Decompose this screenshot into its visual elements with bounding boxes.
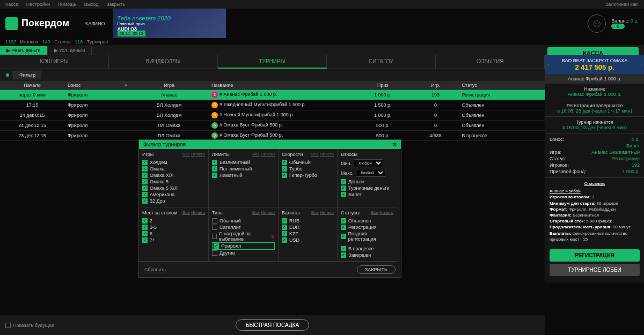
sb-name-label: Название <box>550 86 640 92</box>
header: Покердом КАЗИНО Тебе повезет 2020 Главны… <box>0 9 644 38</box>
filter-checkbox[interactable]: ✓Гипер-Турбо <box>282 172 334 178</box>
filter-checkbox[interactable]: С наградой за выбивание ⊘ <box>212 230 275 242</box>
table-row[interactable]: 24 дек 0:15ФрироллБЛ Холдем8# Ночной Мул… <box>0 110 545 121</box>
filter-checkbox[interactable]: Обычный <box>212 218 275 224</box>
casino-link[interactable]: КАЗИНО <box>85 21 105 26</box>
show-future-checkbox[interactable]: Показать будущие <box>5 323 54 328</box>
tab-tournaments[interactable]: ТУРНИРЫ <box>218 55 327 69</box>
menu-exit[interactable]: Выход <box>84 2 99 7</box>
logged-as-label: Залогинен как: <box>605 2 639 7</box>
tab-play-money[interactable]: ▶ Усл. деньги <box>48 46 92 55</box>
avatar[interactable]: ☺ <box>588 14 606 33</box>
tournament-table: Начало Взнос • Игра Название Приз Игр. С… <box>0 81 545 141</box>
balance-pill: 0 <box>611 24 625 29</box>
jackpot-title: BAD BEAT JACKPOT ОМАХА <box>548 58 641 63</box>
filter-checkbox[interactable]: ✓Омаха Х/Л <box>142 172 205 178</box>
filter-checkbox[interactable]: ✓Деньги <box>341 178 393 185</box>
filter-checkbox[interactable]: ✓В процессе <box>341 245 393 252</box>
modal-close-icon[interactable]: ✕ <box>392 142 397 147</box>
promo-banner[interactable]: Тебе повезет 2020 Главный приз AUDI Q8 2… <box>113 9 226 38</box>
sb-start-label: Турнир начнётся <box>550 120 640 125</box>
col-game[interactable]: Игра <box>130 81 208 90</box>
jackpot-banner[interactable]: ‹ BAD BEAT JACKPOT ОМАХА 2 417 505 р. › <box>545 55 644 74</box>
game-tabs: КЭШ ИГРЫ ВИНДФОЛЛЫ ТУРНИРЫ СИТ&ГОУ СОБЫТ… <box>0 55 545 69</box>
filter-checkbox[interactable]: ✓3-5 <box>142 224 205 230</box>
menu-kassa[interactable]: Касса <box>5 2 18 7</box>
filter-checkbox[interactable]: ✓RUB <box>282 218 334 224</box>
sb-desc-title: Описание: <box>550 181 640 187</box>
filter-checkbox[interactable]: ✓Турнирные деньги <box>341 185 393 191</box>
sb-desc-name: Ананас Фрибай <box>550 188 640 194</box>
max-stake-select[interactable]: Любой <box>356 169 385 177</box>
bottom-bar: Показать будущие БЫСТРАЯ ПОСАДКА <box>0 315 545 335</box>
sidebar-tournament-title: Ананас Фрибай 1 000 р. <box>545 74 644 84</box>
filter-checkbox[interactable]: ✓2 <box>142 218 205 224</box>
filter-checkbox[interactable]: Сателлит <box>212 224 275 230</box>
filter-checkbox[interactable]: ✓Фриролл <box>212 242 275 250</box>
filter-checkbox[interactable]: ✓Американа <box>142 191 205 198</box>
tab-cash[interactable]: КЭШ ИГРЫ <box>0 55 109 69</box>
col-buyin[interactable]: Взнос • <box>64 81 130 90</box>
filter-checkbox[interactable]: ✓Поздняя регистрация <box>341 230 393 242</box>
col-name[interactable]: Название <box>208 81 353 90</box>
tournament-lobby-button[interactable]: ТУРНИРНОЕ ЛОББИ <box>550 264 640 276</box>
logo-icon <box>5 17 18 30</box>
filter-checkbox[interactable]: Другие <box>212 250 275 256</box>
tab-events[interactable]: СОБЫТИЯ <box>436 55 545 69</box>
balance-label: Баланс: <box>611 18 629 24</box>
sb-start-value: в 15:00, 23 дек (через 9 мин) <box>550 125 640 130</box>
filter-checkbox[interactable]: ✓Холдем <box>142 159 205 166</box>
menu-help[interactable]: Помощь <box>57 2 76 7</box>
filter-checkbox[interactable]: ✓Пот-лимитный <box>212 166 275 172</box>
filter-checkbox[interactable]: ✓Объявлен <box>341 218 393 224</box>
filter-checkbox[interactable]: ✓7+ <box>142 237 205 243</box>
jackpot-amount: 2 417 505 р. <box>548 63 641 71</box>
col-prize[interactable]: Приз <box>353 81 413 90</box>
filter-checkbox[interactable]: ✓Омаха 5 <box>142 178 205 185</box>
sb-name-value: Ананас Фрибай 1 000 р. <box>550 92 640 97</box>
filter-button[interactable]: Фильтр <box>13 71 41 79</box>
register-button[interactable]: РЕГИСТРАЦИЯ <box>550 249 640 262</box>
tab-real-money[interactable]: ▶ Реал. деньги <box>0 46 48 55</box>
filter-checkbox[interactable]: ✓Турбо <box>282 166 334 172</box>
col-start[interactable]: Начало <box>0 81 64 90</box>
table-row[interactable]: 24 дек 12:15ФрироллПЛ Омаха6# Омаха Буст… <box>0 121 545 131</box>
filter-checkbox[interactable]: ✓Омаха 5 Х/Л <box>142 185 205 191</box>
table-row[interactable]: 17:15ФрироллБЛ Холдем8# Ежедневный Мульт… <box>0 100 545 110</box>
banner-sub: Главный приз <box>118 21 226 26</box>
jackpot-next-icon[interactable]: › <box>640 62 642 68</box>
menu-settings[interactable]: Настройки <box>26 2 50 7</box>
table-row[interactable]: через 9 минФрироллАнанас3# Ананас Фрибай… <box>0 90 545 100</box>
fast-seat-button[interactable]: БЫСТРАЯ ПОСАДКА <box>236 319 309 331</box>
sb-regend-label: Регистрация завершится <box>550 103 640 108</box>
close-filters-button[interactable]: ЗАКРЫТЬ <box>357 265 396 274</box>
min-stake-select[interactable]: Любой <box>354 159 383 167</box>
filter-checkbox[interactable]: ✓32 Дро <box>142 198 205 204</box>
banner-title: Тебе повезет 2020 <box>118 15 226 21</box>
filter-modal: Фильтр турниров ✕ ИгрыВсе Ничего✓Холдем✓… <box>138 139 401 278</box>
filter-checkbox[interactable]: ✓USD <box>282 237 334 243</box>
top-menubar: Касса Настройки Помощь Выход Закрыть Зал… <box>0 0 644 9</box>
filter-checkbox[interactable]: ✓EUR <box>282 224 334 230</box>
col-status[interactable]: Статус <box>458 81 545 90</box>
brand-text: Покердом <box>21 18 69 29</box>
col-players[interactable]: Игр. <box>413 81 459 90</box>
stats-row: 1192 · Игроков 140 · Столов 118 · Турнир… <box>0 38 644 46</box>
filter-checkbox[interactable]: ✓Обычный <box>282 159 334 166</box>
filter-checkbox[interactable]: ✓Регистрация <box>341 224 393 230</box>
menu-close[interactable]: Закрыть <box>106 2 125 7</box>
details-sidebar: ‹ BAD BEAT JACKPOT ОМАХА 2 417 505 р. › … <box>545 55 644 282</box>
filter-checkbox[interactable]: ✓Омаха <box>142 166 205 172</box>
tab-sitngo[interactable]: СИТ&ГОУ <box>327 55 436 69</box>
filter-checkbox[interactable]: ✓Безлимитный <box>212 159 275 166</box>
jackpot-prev-icon[interactable]: ‹ <box>547 62 549 68</box>
filter-checkbox[interactable]: ✓Завершен <box>341 252 393 258</box>
sb-regend-value: в 16:08, 23 дек (через 1 ч 17 мин) <box>550 108 640 114</box>
tab-windfalls[interactable]: ВИНДФОЛЛЫ <box>109 55 218 69</box>
filter-checkbox[interactable]: ✓Билет <box>341 191 393 198</box>
logo[interactable]: Покердом <box>5 17 69 30</box>
filter-checkbox[interactable]: ✓KZT <box>282 230 334 237</box>
reset-filters-link[interactable]: Сбросить <box>144 267 166 272</box>
filter-checkbox[interactable]: ✓Лимитный <box>212 172 275 178</box>
filter-checkbox[interactable]: ✓6 <box>142 230 205 237</box>
